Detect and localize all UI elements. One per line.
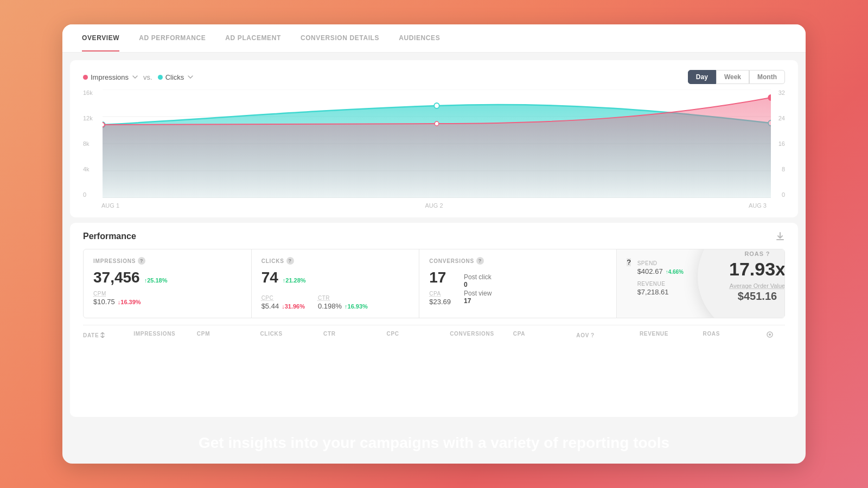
- month-button[interactable]: Month: [749, 70, 785, 84]
- cpa-value: $23.69: [429, 298, 451, 306]
- day-button[interactable]: Day: [688, 70, 716, 84]
- impressions-dropdown[interactable]: [131, 75, 138, 79]
- impressions-label: Impressions: [91, 73, 129, 81]
- col-ctr: CTR: [323, 331, 387, 339]
- col-cpm: CPM: [197, 331, 260, 339]
- aov-info-icon[interactable]: ?: [591, 332, 595, 338]
- impressions-metric: IMPRESSIONS ? 37,456 ↑25.18% CPM $10.75 …: [84, 249, 252, 318]
- y-axis-left: 16k 12k 8k 4k 0: [83, 89, 100, 198]
- col-roas: ROAS: [703, 331, 766, 339]
- y-axis-right: 32 24 16 8 0: [772, 89, 785, 198]
- cpc-sub: CPC $5.44 ↓31.96%: [261, 295, 305, 310]
- nav-overview[interactable]: OVERVIEW: [82, 25, 119, 52]
- svg-point-8: [103, 123, 105, 127]
- chart-section: Impressions vs. Clicks Day Week Mont: [70, 60, 798, 217]
- revenue-value: $7,218.61: [637, 288, 684, 296]
- clicks-label: Clicks: [165, 73, 184, 81]
- nav-ad-performance[interactable]: AD PERFORMANCE: [139, 25, 206, 52]
- roas-metric: ? Spend $402.67 ↑4.66% Revenue: [617, 249, 784, 318]
- spend-change: ↑4.66%: [666, 269, 684, 275]
- roas-aov-label[interactable]: Average Order Value: [730, 282, 785, 289]
- clicks-change: ↑21.28%: [283, 277, 306, 284]
- roas-popup: ROAS ? 17.93x Average Order Value $451.1…: [698, 249, 785, 318]
- clicks-dot: [158, 75, 163, 80]
- post-metrics: Post click 0 Post view 17: [464, 273, 492, 306]
- chart-legend: Impressions vs. Clicks: [83, 73, 193, 81]
- col-conversions: CONVERSIONS: [450, 331, 513, 339]
- performance-title: Performance: [83, 232, 785, 241]
- col-revenue: REVENUE: [640, 331, 703, 339]
- post-view-row: Post view 17: [464, 290, 492, 305]
- col-settings[interactable]: [766, 331, 785, 339]
- post-click-value: 0: [464, 281, 468, 288]
- table-header-row: DATE IMPRESSIONS CPM CLICKS CTR CPC CONV…: [83, 325, 785, 339]
- spend-sub: Spend $402.67 ↑4.66%: [637, 260, 684, 275]
- time-period-buttons: Day Week Month: [688, 70, 785, 84]
- clicks-metric-label: CLICKS ?: [261, 257, 410, 265]
- nav-conversion-details[interactable]: CONVERSION DETAILS: [301, 25, 379, 52]
- nav-audiences[interactable]: AUDIENCES: [399, 25, 440, 52]
- spend-value: $402.67 ↑4.66%: [637, 267, 684, 275]
- col-cpc: CPC: [387, 331, 450, 339]
- cpm-label[interactable]: CPM: [93, 291, 241, 297]
- conversions-info-icon[interactable]: ?: [476, 257, 484, 265]
- svg-point-12: [769, 333, 771, 336]
- roas-question-icon[interactable]: ?: [627, 258, 630, 266]
- ctr-change: ↑16.93%: [344, 303, 368, 310]
- clicks-legend[interactable]: Clicks: [158, 73, 194, 81]
- cpa-label[interactable]: CPA: [429, 291, 451, 297]
- post-click-row: Post click 0: [464, 273, 492, 288]
- conversions-metric: CONVERSIONS ? 17 CPA $23.69: [419, 249, 617, 318]
- impressions-dot: [83, 75, 88, 80]
- x-label-aug3: AUG 3: [749, 202, 767, 209]
- clicks-info-icon[interactable]: ?: [286, 257, 294, 265]
- ctr-label[interactable]: CTR: [318, 295, 368, 301]
- ctr-sub: CTR 0.198% ↑16.93%: [318, 295, 368, 310]
- col-clicks: CLICKS: [260, 331, 323, 339]
- col-cpa: CPA: [513, 331, 577, 339]
- impressions-value: 37,456 ↑25.18%: [93, 269, 241, 286]
- impressions-sub: CPM $10.75 ↓16.39%: [93, 291, 241, 306]
- metrics-row: IMPRESSIONS ? 37,456 ↑25.18% CPM $10.75 …: [83, 249, 785, 318]
- impressions-info-icon[interactable]: ?: [138, 257, 145, 265]
- col-date[interactable]: DATE: [83, 331, 133, 339]
- chart-header: Impressions vs. Clicks Day Week Mont: [83, 70, 785, 84]
- post-view-value: 17: [464, 297, 471, 305]
- svg-point-6: [434, 103, 439, 108]
- performance-section: Performance IMPRESSIONS ? 37,456 ↑25.18%…: [70, 223, 798, 417]
- vs-label: vs.: [143, 73, 152, 81]
- cpc-value: $5.44 ↓31.96%: [261, 302, 305, 310]
- cpc-label[interactable]: CPC: [261, 295, 305, 301]
- impressions-metric-label: IMPRESSIONS ?: [93, 257, 241, 265]
- download-button[interactable]: [775, 232, 785, 243]
- cpm-value: $10.75 ↓16.39%: [93, 298, 241, 306]
- x-label-aug1: AUG 1: [101, 202, 119, 209]
- top-navigation: OVERVIEW AD PERFORMANCE AD PLACEMENT CON…: [62, 24, 806, 53]
- svg-point-10: [768, 95, 771, 100]
- main-card: OVERVIEW AD PERFORMANCE AD PLACEMENT CON…: [62, 24, 806, 464]
- x-label-aug2: AUG 2: [425, 202, 443, 209]
- clicks-metric: CLICKS ? 74 ↑21.28% CPC $5.44 ↓31.96%: [252, 249, 420, 318]
- revenue-sub: Revenue $7,218.61: [637, 281, 684, 296]
- conversions-value: 17: [429, 269, 451, 286]
- col-impressions: IMPRESSIONS: [133, 331, 197, 339]
- clicks-value: 74 ↑21.28%: [261, 269, 410, 286]
- bottom-banner-text: Get insights into your campaigns with a …: [74, 434, 794, 452]
- roas-popup-value: 17.93x: [729, 259, 785, 279]
- conversions-metric-label: CONVERSIONS ?: [429, 257, 607, 265]
- nav-ad-placement[interactable]: AD PLACEMENT: [225, 25, 281, 52]
- roas-aov-value: $451.16: [738, 290, 777, 303]
- bottom-banner: Get insights into your campaigns with a …: [62, 422, 806, 464]
- roas-popup-label: ROAS ?: [745, 251, 770, 257]
- roas-info-icon[interactable]: ?: [766, 251, 770, 257]
- svg-point-9: [435, 121, 439, 126]
- cpm-change: ↓16.39%: [118, 299, 141, 305]
- impressions-legend[interactable]: Impressions: [83, 73, 138, 81]
- ctr-value: 0.198% ↑16.93%: [318, 302, 368, 310]
- col-aov: AOV ?: [576, 331, 640, 339]
- x-axis-labels: AUG 1 AUG 2 AUG 3: [83, 202, 785, 209]
- cpa-sub: CPA $23.69: [429, 291, 451, 306]
- clicks-dropdown[interactable]: [187, 75, 193, 79]
- week-button[interactable]: Week: [716, 70, 749, 84]
- impressions-change: ↑25.18%: [144, 277, 168, 284]
